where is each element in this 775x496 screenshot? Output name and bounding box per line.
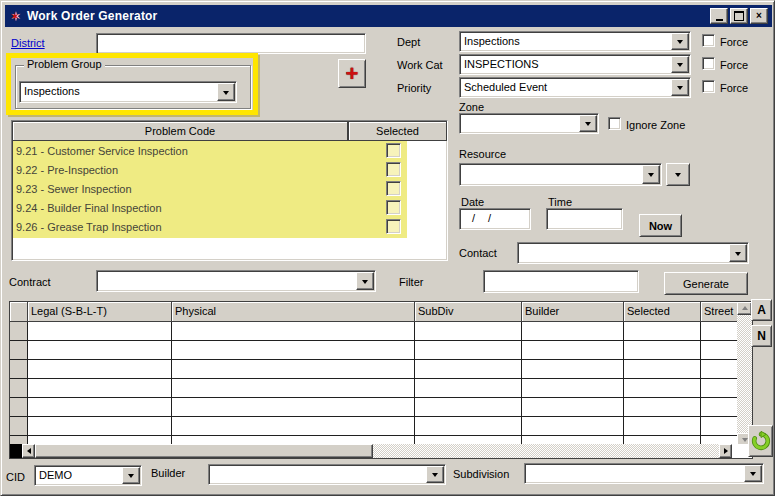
table-cell[interactable]: [701, 417, 739, 436]
horizontal-scroll-thumb[interactable]: [35, 444, 373, 458]
row-selector-cell[interactable]: [10, 341, 28, 360]
problem-code-row[interactable]: 9.21 - Customer Service Inspection: [12, 141, 447, 160]
problem-code-column-header[interactable]: Problem Code: [12, 121, 348, 141]
grid-column-header[interactable]: Selected: [624, 302, 701, 322]
table-cell[interactable]: [624, 379, 701, 398]
table-cell[interactable]: [701, 341, 739, 360]
chevron-down-icon[interactable]: [579, 115, 597, 132]
chevron-down-icon[interactable]: [122, 467, 140, 484]
title-bar[interactable]: ✶ Work Order Generator ×: [5, 5, 772, 27]
table-cell[interactable]: [172, 398, 415, 417]
chevron-down-icon[interactable]: [729, 244, 747, 262]
table-row[interactable]: [10, 379, 739, 398]
contract-select[interactable]: [96, 270, 376, 292]
chevron-down-icon[interactable]: [671, 33, 689, 50]
table-cell[interactable]: [172, 322, 415, 341]
select-all-button[interactable]: A: [751, 299, 772, 321]
table-cell[interactable]: [701, 398, 739, 417]
now-button[interactable]: Now: [639, 214, 682, 237]
table-cell[interactable]: [624, 417, 701, 436]
table-cell[interactable]: [415, 398, 522, 417]
scroll-right-button[interactable]: [719, 444, 732, 458]
row-selected-checkbox[interactable]: [386, 181, 401, 196]
date-input[interactable]: / /: [459, 208, 531, 230]
table-cell[interactable]: [415, 379, 522, 398]
table-cell[interactable]: [701, 360, 739, 379]
table-cell[interactable]: [522, 341, 624, 360]
grid-column-header[interactable]: Legal (S-B-L-T): [28, 302, 172, 322]
problem-code-row[interactable]: 9.23 - Sewer Inspection: [12, 179, 447, 198]
problem-code-row[interactable]: 9.26 - Grease Trap Inspection: [12, 217, 447, 236]
table-cell[interactable]: [701, 379, 739, 398]
table-cell[interactable]: [522, 417, 624, 436]
grid-column-header[interactable]: SubDiv: [415, 302, 522, 322]
table-cell[interactable]: [415, 417, 522, 436]
problem-code-row[interactable]: 9.24 - Builder Final Inspection: [12, 198, 447, 217]
grid-column-header[interactable]: Physical: [172, 302, 415, 322]
row-selected-checkbox[interactable]: [386, 143, 401, 158]
chevron-down-icon[interactable]: [426, 466, 444, 483]
chevron-down-icon[interactable]: [217, 83, 235, 101]
priority-force-checkbox[interactable]: [702, 80, 715, 93]
table-cell[interactable]: [172, 417, 415, 436]
table-cell[interactable]: [415, 341, 522, 360]
ignore-zone-checkbox[interactable]: [608, 117, 621, 130]
row-selector-cell[interactable]: [10, 379, 28, 398]
add-problem-button[interactable]: +: [338, 59, 366, 88]
table-cell[interactable]: [624, 398, 701, 417]
chevron-down-icon[interactable]: [642, 165, 660, 184]
table-cell[interactable]: [701, 322, 739, 341]
district-input[interactable]: [96, 33, 366, 54]
table-row[interactable]: [10, 341, 739, 360]
table-cell[interactable]: [522, 398, 624, 417]
horizontal-scroll-track[interactable]: [373, 444, 719, 458]
select-none-button[interactable]: N: [751, 325, 772, 347]
problem-group-select[interactable]: Inspections: [19, 81, 237, 103]
table-cell[interactable]: [522, 360, 624, 379]
table-cell[interactable]: [28, 341, 172, 360]
workcat-force-checkbox[interactable]: [702, 57, 715, 70]
table-cell[interactable]: [28, 398, 172, 417]
table-cell[interactable]: [415, 360, 522, 379]
table-cell[interactable]: [522, 379, 624, 398]
priority-select[interactable]: Scheduled Event: [459, 77, 691, 98]
dept-force-checkbox[interactable]: [702, 34, 715, 47]
cid-select[interactable]: DEMO: [34, 465, 142, 486]
table-cell[interactable]: [415, 322, 522, 341]
grid-column-header[interactable]: [10, 302, 28, 322]
table-row[interactable]: [10, 360, 739, 379]
zone-select[interactable]: [459, 113, 599, 134]
table-cell[interactable]: [28, 379, 172, 398]
dept-select[interactable]: Inspections: [459, 31, 691, 52]
row-selected-checkbox[interactable]: [386, 200, 401, 215]
table-cell[interactable]: [28, 417, 172, 436]
table-cell[interactable]: [172, 341, 415, 360]
grid-horizontal-scrollbar[interactable]: [10, 444, 753, 458]
resource-select[interactable]: [459, 163, 662, 186]
grid-column-header[interactable]: Builder: [522, 302, 624, 322]
table-row[interactable]: [10, 398, 739, 417]
table-cell[interactable]: [624, 360, 701, 379]
table-cell[interactable]: [28, 322, 172, 341]
grid-column-header[interactable]: Street: [701, 302, 739, 322]
refresh-button[interactable]: [748, 425, 773, 457]
row-selector-cell[interactable]: [10, 417, 28, 436]
problem-code-list[interactable]: Problem Code Selected 9.21 - Customer Se…: [11, 120, 448, 261]
table-cell[interactable]: [172, 379, 415, 398]
results-grid[interactable]: Legal (S-B-L-T)PhysicalSubDivBuilderSele…: [9, 301, 753, 459]
time-input[interactable]: [546, 208, 623, 230]
maximize-button[interactable]: [730, 8, 748, 24]
contact-select[interactable]: [517, 242, 749, 264]
row-selector-cell[interactable]: [10, 322, 28, 341]
generate-button[interactable]: Generate: [664, 272, 748, 295]
close-button[interactable]: ×: [750, 8, 768, 24]
resource-expand-button[interactable]: [666, 163, 690, 186]
table-row[interactable]: [10, 322, 739, 341]
builder-select[interactable]: [208, 464, 446, 485]
table-cell[interactable]: [28, 360, 172, 379]
chevron-down-icon[interactable]: [356, 272, 374, 290]
filter-input[interactable]: [483, 270, 639, 293]
row-selected-checkbox[interactable]: [386, 162, 401, 177]
table-cell[interactable]: [172, 360, 415, 379]
workcat-select[interactable]: INSPECTIONS: [459, 54, 691, 75]
